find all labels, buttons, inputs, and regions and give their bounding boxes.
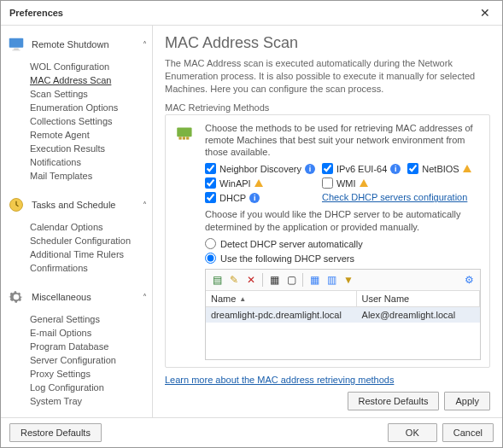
sidebar-item[interactable]: Notifications <box>30 155 149 169</box>
check-wmi[interactable]: WMI <box>322 177 401 189</box>
mac-methods-fieldset: Choose the methods to be used for retrie… <box>165 114 490 368</box>
sidebar-group-tasks[interactable]: Tasks and Schedule ˄ <box>4 191 149 218</box>
checkbox[interactable] <box>322 177 333 189</box>
info-icon[interactable]: i <box>305 164 315 174</box>
table-toolbar: ▤ ✎ ✕ ▦ ▢ ▦ ▥ ▼ ⚙ <box>206 270 480 291</box>
sidebar-group-misc[interactable]: Miscellaneous ˄ <box>4 283 149 311</box>
chevron-up-icon: ˄ <box>143 40 147 49</box>
check-netbios[interactable]: NetBIOS <box>407 163 481 174</box>
edit-icon[interactable]: ✎ <box>226 272 242 288</box>
page-button-row: Restore Defaults Apply <box>165 392 490 410</box>
sidebar-item[interactable]: Server Configuration <box>30 353 149 367</box>
column-name[interactable]: Name▲ <box>206 291 357 306</box>
close-icon[interactable]: ✕ <box>477 6 494 20</box>
add-icon[interactable]: ▤ <box>209 272 225 288</box>
sidebar-item[interactable]: System Tray <box>30 394 149 408</box>
radio-manual-dhcp[interactable]: Use the following DHCP servers <box>205 253 481 264</box>
table-row[interactable]: dreamlight-pdc.dreamlight.local Alex@dre… <box>206 307 480 323</box>
select-all-icon[interactable]: ▦ <box>266 272 282 288</box>
sidebar-item[interactable]: Calendar Options <box>30 220 149 234</box>
sidebar-item[interactable]: Remote Agent <box>30 128 149 142</box>
learn-more-link[interactable]: Learn more about the MAC address retriev… <box>165 375 394 385</box>
cancel-button[interactable]: Cancel <box>442 423 494 442</box>
method-checkbox-grid: Neighbor Discoveryi IPv6 EUI-64i NetBIOS… <box>205 163 481 203</box>
sidebar-item[interactable]: Execution Results <box>30 142 149 155</box>
check-winapi[interactable]: WinAPI <box>205 177 315 189</box>
footer-restore-defaults-button[interactable]: Restore Defaults <box>9 423 102 442</box>
svg-rect-0 <box>9 38 24 48</box>
sidebar-item[interactable]: Collections Settings <box>30 114 149 128</box>
sidebar-item[interactable]: Additional Time Rulers <box>30 247 149 261</box>
sidebar-item[interactable]: Scheduler Configuration <box>30 234 149 247</box>
delete-icon[interactable]: ✕ <box>243 272 259 288</box>
table-empty-area <box>206 323 480 359</box>
check-neighbor-discovery[interactable]: Neighbor Discoveryi <box>205 163 315 174</box>
checkbox[interactable] <box>322 163 333 174</box>
monitor-icon <box>6 34 26 55</box>
warning-icon[interactable] <box>254 179 263 187</box>
page-heading: MAC Address Scan <box>165 34 490 52</box>
table-header: Name▲ User Name <box>206 291 480 307</box>
sidebar-item[interactable]: Enumeration Options <box>30 101 149 114</box>
svg-rect-6 <box>183 137 185 139</box>
clock-icon <box>6 195 26 215</box>
gear-icon <box>6 287 26 307</box>
sidebar-item[interactable]: Proxy Settings <box>30 367 149 381</box>
sidebar-item[interactable]: Log Configuration <box>30 381 149 394</box>
sidebar-item[interactable]: MAC Address Scan <box>30 73 149 87</box>
checkbox[interactable] <box>407 163 418 174</box>
warning-icon[interactable] <box>360 179 368 187</box>
column-user[interactable]: User Name <box>357 291 480 306</box>
network-card-icon <box>174 122 198 146</box>
filter-icon[interactable]: ▼ <box>341 272 356 288</box>
sidebar-group-label: Tasks and Schedule <box>32 200 137 210</box>
cell-user: Alex@dreamlight.local <box>357 307 480 323</box>
main-panel: MAC Address Scan The MAC Address scan is… <box>153 26 502 417</box>
radio[interactable] <box>205 238 216 249</box>
info-icon[interactable]: i <box>249 193 260 203</box>
sidebar: Remote Shutdown ˄ WOL Configuration MAC … <box>1 26 153 417</box>
sidebar-group-items: General Settings E-mail Options Program … <box>30 312 149 408</box>
sidebar-group-label: Miscellaneous <box>32 292 137 302</box>
svg-rect-1 <box>14 49 19 50</box>
columns-icon[interactable]: ▥ <box>324 272 339 288</box>
sidebar-item[interactable]: General Settings <box>30 312 149 326</box>
check-dhcp[interactable]: DHCPi <box>205 192 315 203</box>
sidebar-group-items: WOL Configuration MAC Address Scan Scan … <box>30 60 149 183</box>
check-ipv6-eui64[interactable]: IPv6 EUI-64i <box>322 163 401 174</box>
dhcp-servers-table: ▤ ✎ ✕ ▦ ▢ ▦ ▥ ▼ ⚙ Name▲ User Name <box>205 269 481 360</box>
dhcp-choice-description: Choose if you would like the DHCP server… <box>205 208 481 233</box>
cell-name: dreamlight-pdc.dreamlight.local <box>206 307 357 323</box>
window-title: Preferences <box>9 8 63 18</box>
sort-asc-icon: ▲ <box>239 295 246 303</box>
checkbox[interactable] <box>205 192 216 203</box>
settings-icon[interactable]: ⚙ <box>461 272 477 288</box>
radio[interactable] <box>205 253 216 264</box>
sidebar-item[interactable]: WOL Configuration <box>30 60 149 73</box>
restore-defaults-button[interactable]: Restore Defaults <box>348 392 440 410</box>
grid-icon[interactable]: ▦ <box>307 272 322 288</box>
sidebar-item[interactable]: E-mail Options <box>30 326 149 340</box>
check-dhcp-config-link[interactable]: Check DHCP servers configuration <box>322 192 481 203</box>
checkbox[interactable] <box>205 163 216 174</box>
svg-rect-7 <box>186 137 189 139</box>
page-description: The MAC Address scan is executed automat… <box>165 57 490 96</box>
warning-icon[interactable] <box>463 165 471 172</box>
checkbox[interactable] <box>205 177 216 189</box>
sidebar-item[interactable]: Program Database <box>30 340 149 353</box>
sidebar-group-remote-shutdown[interactable]: Remote Shutdown ˄ <box>4 31 149 58</box>
sidebar-item[interactable]: Confirmations <box>30 261 149 275</box>
ok-button[interactable]: OK <box>388 423 437 442</box>
sidebar-item[interactable]: Mail Templates <box>30 169 149 183</box>
svg-rect-4 <box>177 127 191 137</box>
apply-button[interactable]: Apply <box>444 392 490 410</box>
dialog-footer: Restore Defaults OK Cancel <box>1 417 502 447</box>
dialog-body: Remote Shutdown ˄ WOL Configuration MAC … <box>1 26 502 417</box>
info-icon[interactable]: i <box>390 164 401 174</box>
chevron-up-icon: ˄ <box>143 293 147 302</box>
select-none-icon[interactable]: ▢ <box>284 272 299 288</box>
fieldset-intro: Choose the methods to be used for retrie… <box>205 122 481 159</box>
radio-auto-dhcp[interactable]: Detect DHCP server automatically <box>205 238 481 249</box>
sidebar-group-items: Calendar Options Scheduler Configuration… <box>30 220 149 275</box>
sidebar-item[interactable]: Scan Settings <box>30 87 149 101</box>
